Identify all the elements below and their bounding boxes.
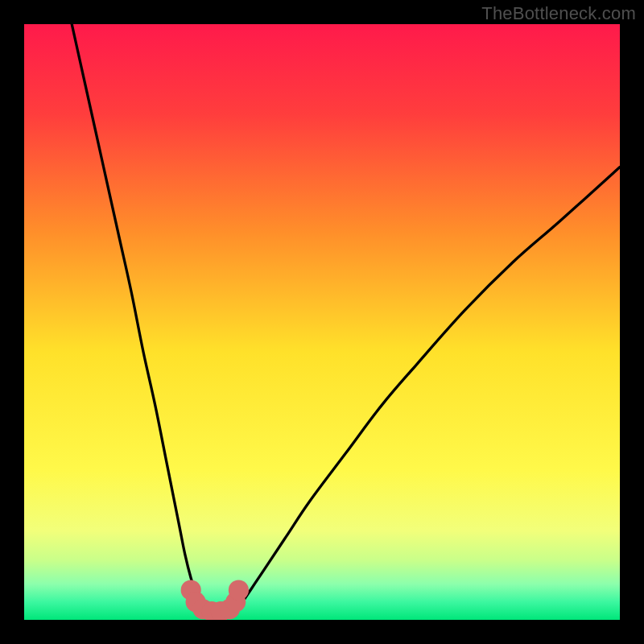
chart-frame: TheBottleneck.com — [0, 0, 644, 644]
valley-marker-group — [181, 580, 249, 620]
attribution-label: TheBottleneck.com — [481, 3, 636, 24]
right-curve — [238, 167, 620, 609]
left-curve — [72, 24, 203, 608]
curve-layer — [24, 24, 620, 620]
plot-area — [24, 24, 620, 620]
valley-marker — [229, 580, 249, 600]
